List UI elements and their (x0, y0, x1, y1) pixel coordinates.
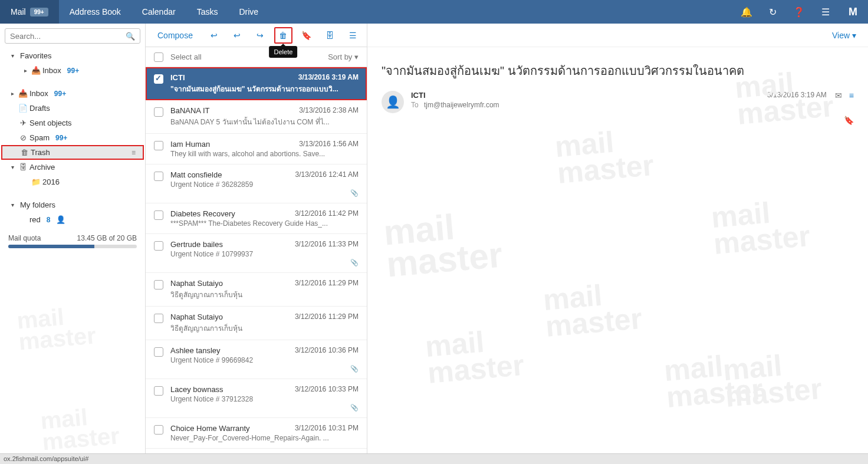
sidebar: 🔍 ▾ Favorites ▸ 📥 Inbox 99+ ▸ 📥 Inbox 99… (0, 24, 146, 453)
watermark: mailmaster (554, 126, 655, 187)
message-from: Ashlee tansley (170, 346, 221, 355)
archive-button[interactable]: 🗄 (321, 27, 339, 44)
message-item[interactable]: Gertrude bailes3/12/2016 11:33 PMUrgent … (146, 234, 367, 273)
notifications-icon[interactable]: 🔔 (732, 0, 761, 24)
delete-button[interactable]: 🗑 Delete (274, 27, 293, 44)
folder-actions-icon[interactable]: ≡ (131, 149, 139, 157)
sidebar-archive[interactable]: ▾ 🗄 Archive (0, 160, 145, 175)
refresh-icon[interactable]: ↻ (761, 0, 785, 24)
mail-envelope-icon[interactable]: ✉ (835, 91, 842, 100)
tab-label: Mail (11, 7, 26, 17)
message-checkbox[interactable] (154, 141, 163, 150)
message-checkbox[interactable] (154, 280, 163, 289)
help-icon[interactable]: ❓ (785, 0, 813, 24)
attachment-icon: 📎 (170, 259, 359, 266)
spam-icon: ⊘ (17, 133, 29, 142)
caret-down-icon: ▾ (8, 202, 17, 208)
message-checkbox[interactable] (154, 386, 163, 396)
message-item[interactable]: Lacey bownass3/12/2016 10:33 PMUrgent No… (146, 379, 367, 418)
sidebar-sent[interactable]: ✈ Sent objects (0, 116, 145, 130)
message-item[interactable]: Matt consfielde3/13/2016 12:41 AMUrgent … (146, 164, 367, 203)
message-from: Lacey bownass (170, 385, 223, 394)
caret-down-icon: ▾ (8, 164, 17, 170)
tab-mail[interactable]: Mail 99+ (0, 0, 59, 24)
flag-icon[interactable]: 🔖 (297, 27, 315, 44)
message-checkbox[interactable] (154, 241, 163, 251)
drafts-icon: 📄 (17, 104, 29, 113)
watermark: mailmaster (542, 279, 643, 340)
message-item[interactable]: Ashlee tansley3/12/2016 10:36 PMUrgent N… (146, 340, 367, 379)
search-input[interactable] (5, 32, 121, 41)
sidebar-spam[interactable]: ⊘ Spam 99+ (0, 130, 145, 145)
message-subject: ***SPAM*** The-Diabetes Recovery Guide H… (170, 219, 359, 228)
message-checkbox[interactable] (154, 74, 163, 84)
quota-fill (8, 245, 94, 248)
message-subject: Urgent Notice # 36282859 (170, 180, 359, 189)
message-subject: วิธีดูสัญญาณการเก็บหุ้น (170, 289, 359, 300)
message-item[interactable]: ICTI3/13/2016 3:19 AM"จากมันสมองสู่ก้อนเ… (146, 67, 367, 100)
mail-from: ICTI (411, 91, 767, 100)
message-subject: Urgent Notice # 99669842 (170, 356, 359, 364)
search-icon[interactable]: 🔍 (121, 32, 140, 41)
tab-tasks[interactable]: Tasks (186, 0, 229, 24)
mail-body: mailmaster mailmaster mailmaster mailmas… (367, 47, 868, 453)
tab-drive[interactable]: Drive (228, 0, 269, 24)
sidebar-folder-red[interactable]: red 8 👤 (0, 212, 145, 227)
mail-toolbar: Compose ↩ ↩ ↪ 🗑 Delete 🔖 🗄 ☰ (146, 24, 367, 47)
message-from: Matt consfielde (170, 170, 222, 179)
mail-subject: "จากมันสมองสู่ก้อนเมฆ" นวัตกรรมด้านการออ… (382, 61, 854, 80)
reply-all-icon[interactable]: ↩ (228, 27, 246, 44)
trash-icon: 🗑 (18, 148, 31, 157)
tab-address-book[interactable]: Address Book (59, 0, 131, 24)
message-checkbox[interactable] (154, 210, 163, 220)
message-item[interactable]: Iam Human3/13/2016 1:56 AMThey kill with… (146, 134, 367, 164)
message-checkbox[interactable] (154, 172, 163, 181)
reply-icon[interactable]: ↩ (205, 27, 223, 44)
bookmark-icon[interactable]: 🔖 (844, 116, 854, 125)
watermark: mailmaster (722, 349, 823, 410)
more-icon[interactable]: ☰ (344, 27, 362, 44)
message-from: Iam Human (170, 140, 210, 149)
message-subject: Never_Pay-For_Covered-Home_Repairs-Again… (170, 434, 359, 442)
message-date: 3/12/2016 10:33 PM (295, 385, 359, 394)
compose-button[interactable]: Compose (148, 31, 202, 40)
view-menu[interactable]: View ▾ (832, 31, 856, 40)
select-all-label: Select all (170, 52, 328, 61)
watermark: mailmaster (424, 325, 525, 387)
list-header: Select all Sort by ▾ (146, 47, 367, 67)
message-item[interactable]: BaNANA IT3/13/2016 2:38 AMBaNANA DAY 5 ว… (146, 100, 367, 134)
inbox-icon: 📥 (17, 89, 29, 98)
message-checkbox[interactable] (154, 314, 163, 323)
message-item[interactable]: Choice Home Warranty3/12/2016 10:31 PMNe… (146, 418, 367, 449)
search-bar: 🔍 (5, 28, 140, 44)
attachment-icon: 📎 (170, 365, 359, 373)
message-item[interactable]: Naphat Sutaiyo3/12/2016 11:29 PMวิธีดูสั… (146, 273, 367, 307)
sidebar-trash[interactable]: 🗑 Trash ≡ (1, 145, 144, 160)
sent-icon: ✈ (17, 119, 29, 127)
message-item[interactable]: Naphat Sutaiyo3/12/2016 11:29 PMวิธีดูสั… (146, 307, 367, 340)
sort-menu[interactable]: Sort by ▾ (328, 52, 359, 61)
forward-icon[interactable]: ↪ (251, 27, 269, 44)
message-checkbox[interactable] (154, 107, 163, 117)
message-list[interactable]: ICTI3/13/2016 3:19 AM"จากมันสมองสู่ก้อนเ… (146, 67, 367, 453)
tab-calendar[interactable]: Calendar (131, 0, 186, 24)
message-date: 3/12/2016 11:29 PM (295, 279, 359, 288)
menu-icon[interactable]: ☰ (813, 0, 838, 24)
mail-menu-icon[interactable]: ≡ (849, 91, 854, 100)
sidebar-drafts[interactable]: 📄 Drafts (0, 101, 145, 116)
select-all-checkbox[interactable] (154, 52, 163, 62)
message-subject: They kill with wars, alcohol and abortio… (170, 150, 359, 158)
message-date: 3/12/2016 11:29 PM (295, 312, 359, 321)
sidebar-favorite-inbox[interactable]: ▸ 📥 Inbox 99+ (0, 63, 145, 78)
quota-text: 13.45 GB of 20 GB (77, 234, 137, 242)
sidebar-inbox[interactable]: ▸ 📥 Inbox 99+ (0, 86, 145, 101)
favorites-header[interactable]: ▾ Favorites (0, 48, 145, 63)
watermark: mailmaster (40, 403, 120, 452)
sidebar-archive-2016[interactable]: 📁 2016 (0, 175, 145, 189)
attachment-icon: 📎 (170, 404, 359, 412)
myfolders-header[interactable]: ▾ My folders (0, 198, 145, 212)
message-item[interactable]: Boyce sutch3/12/2016 10:30 PMUrgent Noti… (146, 449, 367, 453)
message-item[interactable]: Diabetes Recovery3/12/2016 11:42 PM***SP… (146, 203, 367, 234)
message-checkbox[interactable] (154, 347, 163, 357)
message-checkbox[interactable] (154, 425, 163, 435)
